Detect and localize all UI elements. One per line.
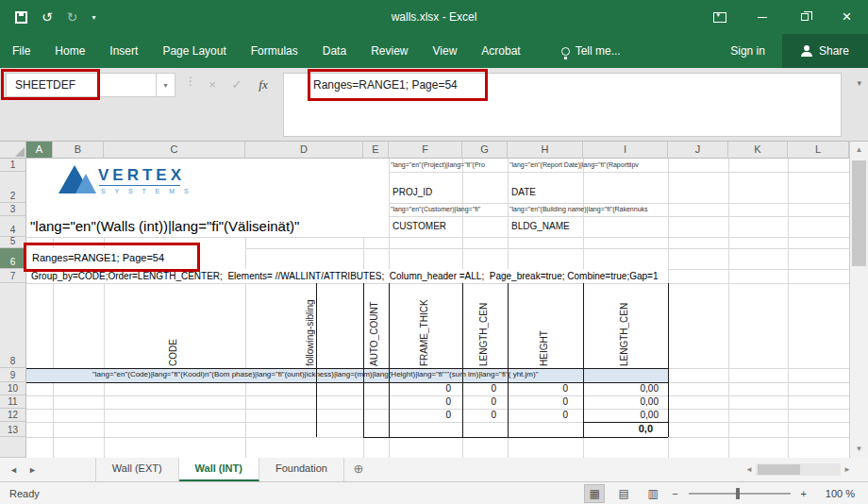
- hscroll-left-icon[interactable]: ◄: [745, 465, 753, 474]
- cell-report-date-label[interactable]: "lang="en"(Report Date)|lang="fi"(Raport…: [509, 161, 639, 168]
- cell-rotated-header-frame-thick[interactable]: FRAME_THICK: [419, 287, 432, 366]
- column-header-G[interactable]: G: [462, 142, 508, 159]
- zoom-slider-thumb[interactable]: [736, 488, 740, 499]
- row-header-12[interactable]: 12: [0, 409, 26, 422]
- cell-rotated-header-code[interactable]: CODE: [168, 287, 181, 366]
- cell-r12-length[interactable]: 0,00: [583, 410, 659, 420]
- row-header-13[interactable]: 13: [0, 422, 26, 437]
- cell-rotated-header-auto-count[interactable]: AUTO_COUNT: [369, 287, 382, 366]
- share-button[interactable]: Share: [782, 34, 868, 68]
- page-break-preview-icon[interactable]: ▥: [643, 484, 663, 503]
- cell-project-label[interactable]: "lang="en"(Project)|lang="fi"(Pro: [391, 161, 485, 168]
- column-header-F[interactable]: F: [389, 142, 462, 159]
- zoom-in-icon[interactable]: +: [801, 488, 807, 499]
- cancel-icon[interactable]: ×: [200, 73, 225, 97]
- cell-table-header-row[interactable]: "lang="en"(Code)|lang="fi"(Koodi)n"(Bom …: [92, 370, 538, 378]
- row-header-1[interactable]: 1: [0, 159, 26, 172]
- add-sheet-icon[interactable]: ⊕: [344, 458, 373, 481]
- column-header-H[interactable]: H: [508, 142, 583, 159]
- column-header-B[interactable]: B: [53, 142, 104, 159]
- sheet-tab-wall-int[interactable]: Wall (INT): [179, 458, 259, 481]
- row-header-10[interactable]: 10: [0, 382, 26, 395]
- collapse-formula-bar-icon[interactable]: ▾: [857, 78, 861, 88]
- enter-icon[interactable]: ✓: [225, 73, 249, 97]
- sheet-tab-wall-ext[interactable]: Wall (EXT): [95, 458, 179, 481]
- cell-r10-length[interactable]: 0,00: [583, 383, 659, 394]
- cell-r11-length[interactable]: 0,00: [583, 396, 659, 407]
- column-header-L[interactable]: L: [788, 142, 849, 159]
- scroll-up-icon[interactable]: ▲: [850, 142, 868, 159]
- name-box[interactable]: SHEETDEF: [6, 73, 157, 97]
- column-header-D[interactable]: D: [245, 142, 363, 159]
- save-icon[interactable]: [15, 11, 27, 24]
- cell-proj-id[interactable]: PROJ_ID: [392, 187, 432, 197]
- horizontal-scrollbar[interactable]: ◄ ►: [745, 461, 863, 479]
- column-header-I[interactable]: I: [583, 142, 668, 159]
- row-header-4[interactable]: 4: [0, 216, 26, 237]
- close-button[interactable]: ×: [826, 0, 868, 34]
- ribbon-tab-home[interactable]: Home: [42, 34, 97, 68]
- cell-sheet-title[interactable]: "lang="en"(Walls (int))|lang="fi"(Välise…: [30, 218, 299, 234]
- row-header-6[interactable]: 6: [0, 248, 26, 269]
- column-header-E[interactable]: E: [363, 142, 389, 159]
- cell-r11-auto[interactable]: 0: [389, 396, 451, 407]
- redo-icon[interactable]: ↻: [67, 0, 78, 34]
- column-header-K[interactable]: K: [728, 142, 788, 159]
- cell-rotated-header-following[interactable]: following-sibling: [305, 287, 318, 366]
- vertical-scrollbar-thumb[interactable]: [852, 160, 866, 266]
- column-header-A[interactable]: A: [26, 142, 53, 159]
- zoom-out-icon[interactable]: −: [672, 488, 677, 499]
- column-header-C[interactable]: C: [104, 142, 245, 159]
- row-header-5[interactable]: 5: [0, 237, 26, 248]
- minimize-button[interactable]: [741, 0, 783, 34]
- zoom-slider[interactable]: [689, 493, 791, 495]
- sheet-nav-left-icon[interactable]: ◄: [9, 465, 18, 475]
- select-all-corner[interactable]: [0, 142, 26, 159]
- cell-total[interactable]: 0,0: [583, 423, 653, 434]
- ribbon-tab-page-layout[interactable]: Page Layout: [150, 34, 238, 68]
- ribbon-tab-data[interactable]: Data: [310, 34, 359, 68]
- worksheet-area[interactable]: VERTEX S Y S T E M S "lang="en"(Project)…: [26, 159, 849, 458]
- sign-in-button[interactable]: Sign in: [713, 34, 782, 68]
- formula-bar-drag-handle-icon[interactable]: ⋮: [185, 75, 196, 88]
- ribbon-display-options-button[interactable]: [698, 0, 741, 34]
- cell-date[interactable]: DATE: [511, 187, 536, 197]
- row-header-8[interactable]: 8: [0, 283, 26, 368]
- cell-r12-height[interactable]: 0: [508, 410, 568, 420]
- cell-r10-frame[interactable]: 0: [462, 383, 496, 394]
- ribbon-tab-review[interactable]: Review: [359, 34, 420, 68]
- cell-customer[interactable]: CUSTOMER: [392, 221, 446, 231]
- vertical-scrollbar[interactable]: ▲ ▼: [849, 142, 868, 458]
- normal-view-icon[interactable]: ▦: [584, 484, 605, 503]
- undo-icon[interactable]: ↺: [42, 0, 53, 34]
- horizontal-scrollbar-track[interactable]: [756, 463, 841, 476]
- cell-r10-auto[interactable]: 0: [389, 383, 451, 394]
- sheet-tab-foundation[interactable]: Foundation: [259, 458, 344, 481]
- page-layout-view-icon[interactable]: ▤: [613, 484, 634, 503]
- horizontal-scrollbar-thumb[interactable]: [758, 464, 800, 475]
- ribbon-tab-acrobat[interactable]: Acrobat: [469, 34, 532, 68]
- row-header-3[interactable]: 3: [0, 203, 26, 216]
- cell-building-label[interactable]: "lang="en"(Building name)|lang="fi"(Rake…: [509, 206, 648, 212]
- cell-ranges[interactable]: Ranges=RANGE1; Page=54: [32, 252, 164, 263]
- row-header-7[interactable]: 7: [0, 269, 26, 283]
- name-box-dropdown-icon[interactable]: ▾: [157, 73, 175, 97]
- cell-r12-auto[interactable]: 0: [389, 410, 451, 420]
- cell-r10-height[interactable]: 0: [508, 383, 568, 394]
- row-header-partial[interactable]: [0, 437, 26, 458]
- scroll-down-icon[interactable]: ▼: [850, 441, 868, 458]
- row-header-11[interactable]: 11: [0, 395, 26, 409]
- cell-rotated-header-length-cen1[interactable]: LENGTH_CEN: [478, 287, 492, 366]
- formula-input[interactable]: Ranges=RANGE1; Page=54: [283, 73, 842, 137]
- cell-config[interactable]: Group_by=CODE;Order=LENGTH_CENTER; Eleme…: [31, 271, 658, 281]
- ribbon-tab-formulas[interactable]: Formulas: [239, 34, 310, 68]
- cell-r12-frame[interactable]: 0: [462, 410, 496, 420]
- restore-button[interactable]: [783, 0, 826, 34]
- cell-customer-label[interactable]: "lang="en"(Customer)|lang="fi": [391, 206, 480, 212]
- column-header-J[interactable]: J: [668, 142, 728, 159]
- ribbon-tab-view[interactable]: View: [421, 34, 470, 68]
- row-header-2[interactable]: 2: [0, 172, 26, 203]
- cell-bldg-name[interactable]: BLDG_NAME: [511, 221, 570, 231]
- tell-me-box[interactable]: Tell me...: [548, 34, 634, 68]
- cell-r11-frame[interactable]: 0: [462, 396, 496, 407]
